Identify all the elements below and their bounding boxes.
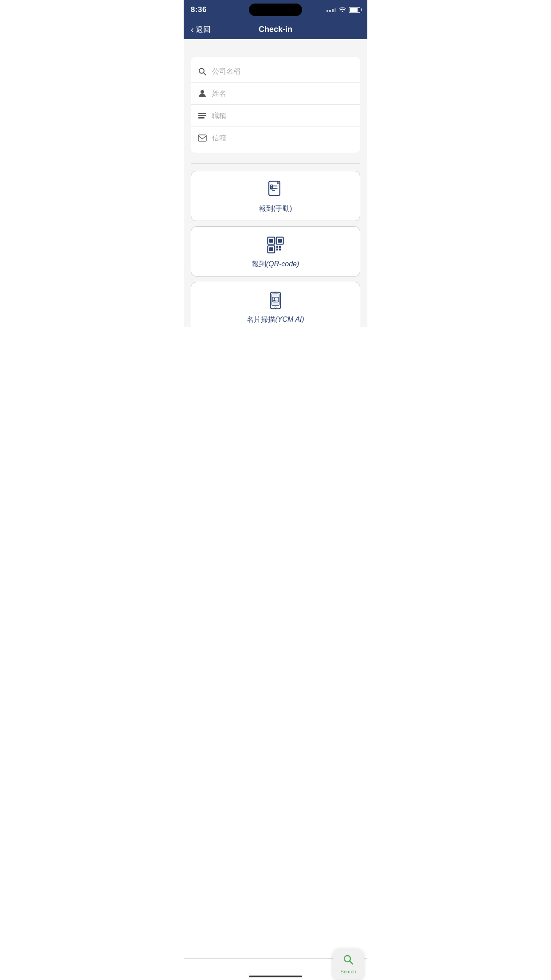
action-buttons: 報到(手動) 報到(QR-code) [191, 171, 360, 327]
job-title-input[interactable] [209, 112, 355, 120]
svg-line-1 [204, 73, 206, 75]
mail-icon [196, 134, 209, 142]
svg-rect-29 [274, 292, 278, 294]
svg-rect-4 [198, 115, 206, 116]
svg-rect-6 [198, 135, 206, 141]
form-section [191, 57, 360, 153]
svg-rect-16 [269, 239, 273, 243]
svg-rect-25 [272, 297, 279, 302]
job-icon [196, 112, 209, 119]
status-bar: 8:36 [184, 0, 367, 20]
card-scan-label: 名片掃描(YCM AI) [247, 315, 304, 324]
back-label: 返回 [196, 24, 211, 35]
back-arrow-icon: ‹ [191, 25, 194, 34]
email-input[interactable] [209, 134, 355, 142]
search-icon [196, 67, 209, 76]
status-time: 8:36 [191, 5, 207, 14]
status-icons [327, 6, 360, 13]
manual-checkin-button[interactable]: 報到(手動) [191, 171, 360, 221]
svg-rect-18 [269, 247, 273, 251]
company-field [191, 60, 360, 83]
page-title: Check-in [259, 25, 292, 34]
person-icon [196, 89, 209, 98]
svg-rect-20 [279, 246, 281, 248]
svg-point-26 [274, 298, 276, 300]
svg-rect-17 [278, 239, 282, 243]
qrcode-checkin-label: 報到(QR-code) [252, 260, 299, 269]
svg-rect-5 [198, 117, 205, 119]
svg-rect-3 [198, 113, 206, 114]
svg-rect-22 [279, 249, 281, 250]
manual-checkin-label: 報到(手動) [259, 204, 292, 213]
qr-icon [264, 234, 287, 256]
name-input[interactable] [209, 90, 355, 98]
wifi-icon [339, 6, 346, 13]
signal-icon [327, 8, 336, 12]
email-field [191, 127, 360, 149]
nav-bar: ‹ 返回 Check-in [184, 20, 367, 39]
card-scan-icon [264, 289, 287, 312]
job-title-field [191, 105, 360, 127]
name-field [191, 83, 360, 105]
svg-point-2 [201, 90, 204, 94]
svg-rect-19 [276, 246, 278, 248]
company-input[interactable] [209, 67, 355, 75]
dynamic-island [249, 4, 302, 16]
main-content: 報到(手動) 報到(QR-code) [184, 39, 367, 327]
svg-rect-21 [276, 249, 278, 250]
checklist-icon [264, 178, 287, 201]
card-scan-button[interactable]: 名片掃描(YCM AI) [191, 282, 360, 327]
back-button[interactable]: ‹ 返回 [191, 24, 211, 35]
battery-icon [349, 7, 360, 13]
qrcode-checkin-button[interactable]: 報到(QR-code) [191, 226, 360, 277]
section-divider [191, 163, 360, 164]
